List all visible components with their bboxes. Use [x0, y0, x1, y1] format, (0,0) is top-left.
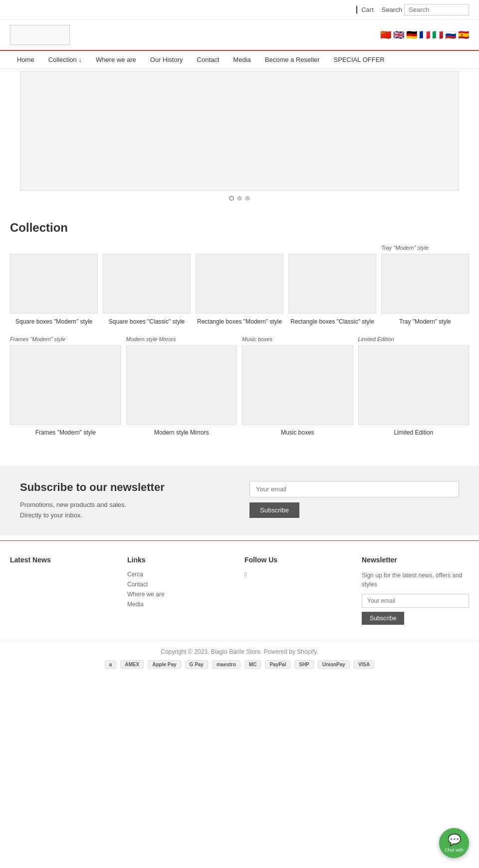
- product-img-frames-modern: [10, 345, 121, 425]
- product-label-mirrors: Modern style Mirrors: [126, 429, 238, 436]
- collection-title: Collection: [10, 221, 469, 235]
- newsletter-title: Subscribe to our newsletter: [20, 481, 230, 494]
- search-bar: Search: [382, 4, 469, 15]
- flag-gb[interactable]: 🇬🇧: [393, 29, 404, 40]
- nav-special-offer[interactable]: SPECIAL OFFER: [327, 51, 392, 68]
- flag-fr[interactable]: 🇫🇷: [419, 29, 430, 40]
- nav-become-reseller[interactable]: Become a Reseller: [258, 51, 327, 68]
- nav-where-we-are[interactable]: Where we are: [89, 51, 143, 68]
- product-frames-modern[interactable]: Frames "Modern" style: [10, 345, 121, 436]
- product-square-modern[interactable]: Square boxes "Modern" style: [10, 254, 98, 326]
- product-img-square-classic: [103, 254, 191, 314]
- product-tray-modern[interactable]: Tray "Modern" style: [381, 254, 469, 326]
- product-label-rect-classic: Rectangle boxes "Classic" style: [288, 318, 376, 326]
- slider-dot-2[interactable]: [237, 196, 242, 201]
- nav-contact[interactable]: Contact: [190, 51, 227, 68]
- nav-home[interactable]: Home: [10, 51, 41, 68]
- pay-unionpay: UnionPay: [318, 660, 350, 669]
- newsletter-email-input[interactable]: [249, 481, 459, 497]
- product-mirrors[interactable]: Modern style Mirrors: [126, 345, 238, 436]
- search-label: Search: [382, 6, 402, 13]
- flag-it[interactable]: 🇮🇹: [432, 29, 443, 40]
- cat-label2-3: Music boxes: [242, 336, 353, 342]
- product-img-music-boxes: [242, 345, 353, 425]
- flag-de[interactable]: 🇩🇪: [406, 29, 417, 40]
- product-label-tray-modern: Tray "Modern" style: [381, 318, 469, 326]
- footer-links: Links Cerca Contact Where we are Media: [127, 556, 235, 625]
- footer-follow-us-title: Follow Us: [244, 556, 352, 564]
- language-flags: 🇨🇳 🇬🇧 🇩🇪 🇫🇷 🇮🇹 🇷🇺 🇪🇸: [380, 29, 469, 40]
- product-music-boxes[interactable]: Music boxes: [242, 345, 353, 436]
- product-img-rect-modern: [196, 254, 283, 314]
- footer-newsletter-email[interactable]: [362, 594, 469, 608]
- newsletter-subscribe-button[interactable]: Subscribe: [249, 502, 299, 518]
- pay-amazon: a: [105, 660, 117, 669]
- product-limited-edition[interactable]: Limited Edition: [358, 345, 470, 436]
- facebook-link[interactable]: : [244, 571, 352, 578]
- cat-label2-4: Limited Edition: [358, 336, 470, 342]
- slider-dot-1[interactable]: [229, 196, 234, 201]
- product-label-limited-edition: Limited Edition: [358, 429, 470, 436]
- footer-links-title: Links: [127, 556, 235, 564]
- footer-link-cerca[interactable]: Cerca: [127, 571, 235, 578]
- category-labels-row: Tray "Modern" style: [10, 245, 469, 251]
- pay-paypal: PayPal: [265, 660, 290, 669]
- footer-link-where[interactable]: Where we are: [127, 591, 235, 598]
- cat-label-5: Tray "Modern" style: [381, 245, 469, 251]
- newsletter-section: Subscribe to our newsletter Promotions, …: [0, 466, 479, 536]
- pay-visa: VISA: [354, 660, 374, 669]
- footer-newsletter-desc: Sign up for the latest news, offers and …: [362, 571, 469, 589]
- footer-newsletter-subscribe-button[interactable]: Subscribe: [362, 612, 404, 625]
- product-rect-classic[interactable]: Rectangle boxes "Classic" style: [288, 254, 376, 326]
- hero-slider: [20, 71, 459, 191]
- pay-mastercard: MC: [244, 660, 261, 669]
- cat-label2-2: Modern style Mirrors: [126, 336, 238, 342]
- slider-dots: [10, 191, 469, 211]
- product-rect-modern[interactable]: Rectangle boxes "Modern" style: [196, 254, 283, 326]
- search-input[interactable]: [404, 4, 469, 15]
- pay-shopify: SHP: [294, 660, 314, 669]
- footer-newsletter-title: Newsletter: [362, 556, 469, 564]
- pay-maestro: maestro: [212, 660, 240, 669]
- cat-label-4: [288, 245, 376, 251]
- footer-follow-us: Follow Us : [244, 556, 352, 625]
- product-row-2: Frames "Modern" style Modern style Mirro…: [10, 345, 469, 436]
- footer-bottom: Copyright © 2023, Biagio Barile Store. P…: [0, 640, 479, 677]
- footer-link-contact[interactable]: Contact: [127, 581, 235, 588]
- nav-our-history[interactable]: Our History: [143, 51, 190, 68]
- pay-gpay: G Pay: [185, 660, 208, 669]
- cat-label-1: [10, 245, 98, 251]
- nav-collection[interactable]: Collection ↓: [41, 51, 89, 68]
- product-img-tray-modern: [381, 254, 469, 314]
- footer-newsletter: Newsletter Sign up for the latest news, …: [362, 556, 469, 625]
- logo: [10, 25, 70, 45]
- footer-top: Latest News Links Cerca Contact Where we…: [0, 540, 479, 640]
- product-img-mirrors: [126, 345, 238, 425]
- product-img-square-modern: [10, 254, 98, 314]
- newsletter-description: Promotions, new products and sales. Dire…: [20, 500, 230, 521]
- newsletter-left: Subscribe to our newsletter Promotions, …: [20, 481, 230, 521]
- cat-label2-1: Frames "Modern" style: [10, 336, 121, 342]
- product-img-limited-edition: [358, 345, 470, 425]
- product-label-rect-modern: Rectangle boxes "Modern" style: [196, 318, 283, 326]
- cart-link[interactable]: Cart: [356, 6, 374, 13]
- flag-es[interactable]: 🇪🇸: [458, 29, 469, 40]
- slider-dot-3[interactable]: [245, 196, 250, 201]
- product-square-classic[interactable]: Square boxes "Classic" style: [103, 254, 191, 326]
- footer-link-media[interactable]: Media: [127, 601, 235, 608]
- pay-applepay: Apple Pay: [148, 660, 181, 669]
- payment-icons: a AMEX Apple Pay G Pay maestro MC PayPal…: [10, 660, 469, 669]
- collection-section: Collection Tray "Modern" style Square bo…: [0, 211, 479, 461]
- flag-cn[interactable]: 🇨🇳: [380, 29, 391, 40]
- logo-bar: 🇨🇳 🇬🇧 🇩🇪 🇫🇷 🇮🇹 🇷🇺 🇪🇸: [0, 20, 479, 50]
- product-label-square-classic: Square boxes "Classic" style: [103, 318, 191, 326]
- flag-ru[interactable]: 🇷🇺: [445, 29, 456, 40]
- product-img-rect-classic: [288, 254, 376, 314]
- pay-amex: AMEX: [120, 660, 144, 669]
- nav-media[interactable]: Media: [226, 51, 257, 68]
- cat-label-2: [103, 245, 191, 251]
- product-row-1: Square boxes "Modern" style Square boxes…: [10, 254, 469, 326]
- product-label-square-modern: Square boxes "Modern" style: [10, 318, 98, 326]
- footer-latest-news-title: Latest News: [10, 556, 117, 564]
- footer-latest-news: Latest News: [10, 556, 117, 625]
